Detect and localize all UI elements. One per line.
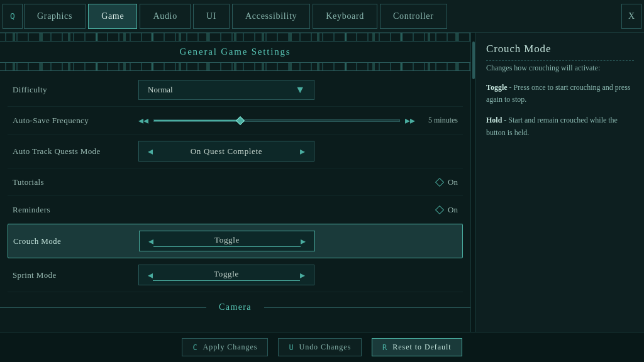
tutorials-control: On (436, 177, 458, 187)
sprint-mode-label: Sprint Mode (13, 270, 138, 280)
apply-key: C (192, 343, 197, 352)
dropdown-arrow-icon: ▼ (295, 84, 305, 96)
sprint-toggle-left-arrow-icon[interactable]: ◂ (148, 269, 153, 281)
help-subtitle: Changes how crouching will activate: (486, 63, 634, 73)
reminders-control: On (436, 205, 458, 215)
autosave-row: Auto-Save Frequency ◂◂ ▸▸ 5 minutes (8, 107, 463, 134)
slider-right-arrow-icon[interactable]: ▸▸ (405, 114, 415, 126)
toggle-description-text: Press once to start crouching and press … (486, 83, 631, 104)
hold-label: Hold (486, 116, 502, 124)
sprint-mode-value: Toggle (214, 269, 239, 279)
third-person-row: Third-Person View Off (8, 322, 463, 332)
toggle-description: - (509, 83, 514, 92)
autosave-slider-container: ◂◂ ▸▸ 5 minutes (138, 114, 458, 126)
help-hold-text: Hold - Start and remain crouched while t… (486, 114, 634, 138)
panel-border-top (0, 33, 470, 41)
difficulty-value: Normal (148, 85, 173, 95)
tutorials-label: Tutorials (13, 177, 138, 187)
settings-list: Difficulty Normal ▼ Auto-Save Frequency … (0, 71, 470, 295)
reset-label: Reset to Default (392, 343, 451, 352)
crouch-toggle-left-arrow-icon[interactable]: ◂ (148, 235, 153, 247)
tab-controller[interactable]: Controller (380, 4, 447, 29)
crouch-underline (153, 246, 301, 247)
undo-label: Undo Changes (299, 343, 352, 352)
tab-keyboard[interactable]: Keyboard (313, 4, 377, 29)
third-person-value: Off (447, 331, 458, 332)
autosave-slider-fill (154, 120, 240, 121)
undo-changes-button[interactable]: U Undo Changes (278, 338, 362, 356)
tab-accessibility[interactable]: Accessibility (232, 4, 310, 29)
close-button[interactable]: X (621, 4, 641, 29)
tab-game[interactable]: Game (88, 4, 137, 29)
help-title: Crouch Mode (486, 43, 634, 61)
apply-label: Apply Changes (203, 343, 258, 352)
third-person-control: Off (435, 331, 458, 332)
help-panel: Crouch Mode Changes how crouching will a… (475, 33, 644, 332)
autotrack-row: Auto Track Quests Mode ◂ On Quest Comple… (8, 134, 463, 168)
undo-key: U (289, 343, 294, 352)
sprint-mode-row: Sprint Mode ◂ Toggle ▸ (8, 258, 463, 292)
autosave-value: 5 minutes (420, 116, 458, 125)
top-navigation: Q Graphics Game Audio UI Accessibility K… (0, 0, 644, 33)
bottom-bar: C Apply Changes U Undo Changes R Reset t… (0, 332, 644, 362)
difficulty-label: Difficulty (13, 85, 138, 95)
toggle-label: Toggle (486, 83, 508, 92)
reminders-row: Reminders On (8, 196, 463, 224)
panel-border-bottom (0, 62, 470, 71)
difficulty-row: Difficulty Normal ▼ (8, 74, 463, 107)
main-layout: General Game Settings Difficulty Normal … (0, 33, 644, 332)
toggle-right-arrow-icon[interactable]: ▸ (300, 145, 305, 157)
reminders-diamond-icon (435, 205, 444, 214)
autosave-slider-track[interactable] (153, 119, 400, 122)
sprint-underline (153, 280, 300, 281)
settings-panel: General Game Settings Difficulty Normal … (0, 33, 470, 332)
camera-settings-list: Third-Person View Off Head Bobbing On (0, 320, 470, 332)
sprint-toggle-right-arrow-icon[interactable]: ▸ (300, 269, 305, 281)
tutorials-diamond-icon (435, 177, 444, 186)
reset-key: R (382, 343, 387, 352)
third-person-label: Third-Person View (13, 331, 138, 332)
reminders-value: On (448, 205, 458, 215)
crouch-mode-label: Crouch Mode (13, 236, 139, 246)
sprint-mode-toggle[interactable]: ◂ Toggle ▸ (138, 265, 314, 285)
apply-changes-button[interactable]: C Apply Changes (182, 338, 268, 356)
slider-diamond-icon (235, 116, 244, 124)
general-settings-title: General Game Settings (0, 41, 470, 62)
scroll-indicator (470, 33, 475, 332)
reminders-label: Reminders (13, 205, 138, 215)
scroll-thumb (472, 41, 475, 79)
crouch-toggle-right-arrow-icon[interactable]: ▸ (301, 235, 306, 247)
tab-ui[interactable]: UI (193, 4, 230, 29)
tutorials-row: Tutorials On (8, 168, 463, 196)
autotrack-label: Auto Track Quests Mode (13, 146, 138, 156)
toggle-left-arrow-icon[interactable]: ◂ (148, 145, 153, 157)
difficulty-dropdown[interactable]: Normal ▼ (138, 80, 314, 100)
slider-left-arrow-icon[interactable]: ◂◂ (138, 114, 148, 126)
nav-left-bracket: Q (3, 4, 23, 29)
crouch-mode-value: Toggle (214, 235, 240, 245)
reset-default-button[interactable]: R Reset to Default (372, 338, 462, 356)
crouch-mode-row: Crouch Mode ◂ Toggle ▸ (8, 224, 463, 258)
autosave-label: Auto-Save Frequency (13, 116, 138, 126)
tab-audio[interactable]: Audio (140, 4, 191, 29)
third-person-diamond-icon (434, 331, 443, 332)
crouch-mode-toggle[interactable]: ◂ Toggle ▸ (139, 231, 315, 251)
camera-section-title: Camera (206, 302, 264, 312)
tutorials-value: On (448, 177, 458, 187)
autotrack-toggle[interactable]: ◂ On Quest Complete ▸ (138, 141, 314, 162)
camera-divider: Camera (0, 297, 470, 317)
help-toggle-text: Toggle - Press once to start crouching a… (486, 82, 634, 106)
tab-graphics[interactable]: Graphics (24, 4, 86, 29)
autotrack-value: On Quest Complete (191, 146, 262, 156)
